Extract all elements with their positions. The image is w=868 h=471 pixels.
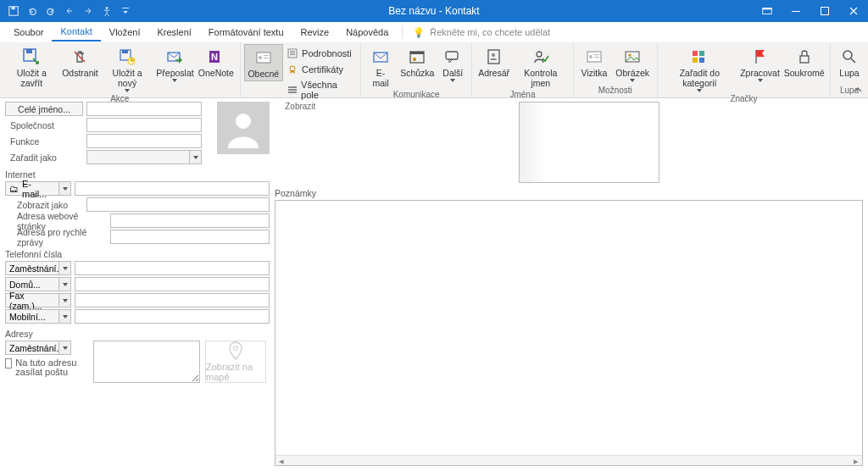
- group-komunikace: E-mail Schůzka Další Komunikace: [361, 42, 472, 97]
- scroll-right-icon[interactable]: ▸: [850, 456, 862, 466]
- ribbon-options-icon[interactable]: [753, 0, 782, 22]
- svg-rect-9: [26, 49, 32, 53]
- email-input[interactable]: [75, 181, 270, 196]
- collapse-ribbon-icon[interactable]: [853, 86, 863, 96]
- scrollbar-horizontal[interactable]: ◂ ▸: [275, 455, 862, 465]
- tell-me-search[interactable]: 💡 Řekněte mi, co chcete udělat: [413, 27, 550, 38]
- right-pane: Poznámky ◂ ▸: [275, 102, 863, 466]
- more-comm-button[interactable]: Další: [437, 44, 468, 84]
- web-input[interactable]: [110, 213, 270, 228]
- email-type-dropdown-icon[interactable]: [59, 181, 71, 196]
- all-fields-button[interactable]: Všechna pole: [283, 78, 357, 102]
- lock-icon: [795, 47, 814, 66]
- accessibility-icon[interactable]: [98, 3, 115, 19]
- address-input[interactable]: [93, 341, 200, 383]
- im-label: Adresa pro rychlé zprávy: [5, 227, 107, 247]
- section-phones: Telefonní čísla: [5, 249, 270, 259]
- meeting-button[interactable]: Schůzka: [397, 44, 437, 80]
- zoom-icon: [840, 47, 859, 66]
- svg-rect-11: [122, 50, 128, 53]
- phone3-input[interactable]: [75, 293, 270, 308]
- fileas-dropdown-icon[interactable]: [190, 150, 202, 164]
- svg-rect-23: [290, 53, 295, 53]
- fileas-select[interactable]: [86, 150, 190, 164]
- scroll-left-icon[interactable]: ◂: [275, 456, 287, 466]
- window-title: Bez názvu - Kontakt: [388, 5, 479, 17]
- flag-icon: [751, 47, 770, 66]
- bizcard-button[interactable]: Vizitka: [577, 44, 612, 80]
- picture-button[interactable]: Obrázek: [611, 44, 654, 84]
- qat-dropdown-icon[interactable]: [117, 3, 134, 19]
- im-input[interactable]: [110, 230, 270, 244]
- prev-icon[interactable]: [61, 3, 78, 19]
- svg-point-49: [236, 114, 251, 129]
- categories-icon: [690, 47, 709, 66]
- general-view-button[interactable]: Obecné: [244, 44, 284, 81]
- phone1-type[interactable]: Zaměstnání...: [5, 261, 59, 275]
- next-icon[interactable]: [80, 3, 97, 19]
- save-icon[interactable]: [5, 3, 22, 19]
- displayas-label: Zobrazit jako: [5, 200, 83, 210]
- tab-napoveda[interactable]: Nápověda: [337, 24, 397, 41]
- svg-rect-26: [288, 86, 297, 88]
- svg-rect-45: [693, 58, 698, 63]
- redo-icon[interactable]: [42, 3, 59, 19]
- details-button[interactable]: Podrobnosti: [283, 46, 357, 61]
- phone4-dropdown-icon[interactable]: [59, 309, 71, 324]
- group-jmena: Adresář Kontrola jmen Jména: [472, 42, 573, 97]
- tab-kontakt[interactable]: Kontakt: [52, 23, 100, 42]
- displayas-input[interactable]: [86, 197, 270, 212]
- show-map-button[interactable]: Zobrazit na mapě: [205, 341, 266, 383]
- minimize-button[interactable]: [782, 0, 810, 22]
- tab-vlozeni[interactable]: Vložení: [101, 24, 149, 41]
- tab-soubor[interactable]: Soubor: [5, 24, 52, 41]
- addr-dropdown-icon[interactable]: [59, 341, 71, 355]
- mailing-checkbox[interactable]: Na tuto adresu zasílat poštu: [5, 358, 88, 377]
- notes-textarea[interactable]: ◂ ▸: [275, 200, 863, 466]
- jobtitle-input[interactable]: [86, 134, 202, 148]
- close-button[interactable]: [839, 0, 868, 22]
- delete-button[interactable]: Odstranit: [60, 44, 101, 80]
- email-button[interactable]: E-mail: [364, 44, 397, 90]
- company-input[interactable]: [86, 118, 202, 132]
- tab-formatovani[interactable]: Formátování textu: [200, 24, 292, 41]
- svg-point-32: [413, 58, 416, 61]
- menu-tabs: Soubor Kontakt Vložení Kreslení Formátov…: [0, 22, 868, 42]
- content-area: Celé jméno... Společnost Funkce Zařadit …: [0, 98, 868, 471]
- zoom-button[interactable]: Lupa: [834, 44, 865, 80]
- tab-revize[interactable]: Revize: [292, 24, 338, 41]
- private-button[interactable]: Soukromé: [782, 44, 826, 80]
- phone2-input[interactable]: [75, 277, 270, 291]
- phone1-input[interactable]: [75, 261, 270, 275]
- certificates-button[interactable]: Certifikáty: [283, 62, 357, 77]
- details-icon: [287, 47, 298, 59]
- map-pin-icon: [228, 341, 243, 360]
- phone2-type[interactable]: Domů...: [5, 277, 59, 291]
- save-close-button[interactable]: Uložit a zavřít: [3, 44, 60, 90]
- addr-type[interactable]: Zaměstnání...: [5, 341, 59, 355]
- phone4-input[interactable]: [75, 309, 270, 324]
- undo-icon[interactable]: [24, 3, 41, 19]
- email-type-select[interactable]: 🗂E-mail...: [5, 181, 59, 196]
- forward-button[interactable]: Přeposlat: [154, 44, 196, 84]
- phone3-type[interactable]: Fax (zam.)...: [5, 293, 59, 308]
- maximize-button[interactable]: [810, 0, 839, 22]
- tab-kresleni[interactable]: Kreslení: [149, 24, 200, 41]
- quick-access-toolbar: [0, 3, 134, 19]
- onenote-button[interactable]: N OneNote: [196, 44, 236, 80]
- phone1-dropdown-icon[interactable]: [59, 261, 71, 275]
- svg-rect-19: [264, 55, 269, 56]
- svg-rect-47: [800, 56, 809, 63]
- followup-button[interactable]: Zpracovat: [738, 44, 782, 84]
- svg-rect-46: [699, 58, 704, 63]
- phone3-dropdown-icon[interactable]: [59, 293, 71, 308]
- addressbook-button[interactable]: Adresář: [476, 44, 512, 80]
- categorize-button[interactable]: Zařadit do kategorií: [661, 44, 738, 94]
- svg-rect-43: [693, 51, 698, 56]
- phone2-dropdown-icon[interactable]: [59, 277, 71, 291]
- phone4-type[interactable]: Mobilní...: [5, 309, 59, 324]
- svg-point-50: [234, 346, 238, 351]
- save-new-button[interactable]: ✦ Uložit a nový: [100, 44, 153, 94]
- check-names-button[interactable]: Kontrola jmen: [512, 44, 570, 90]
- business-card-preview[interactable]: [519, 102, 659, 183]
